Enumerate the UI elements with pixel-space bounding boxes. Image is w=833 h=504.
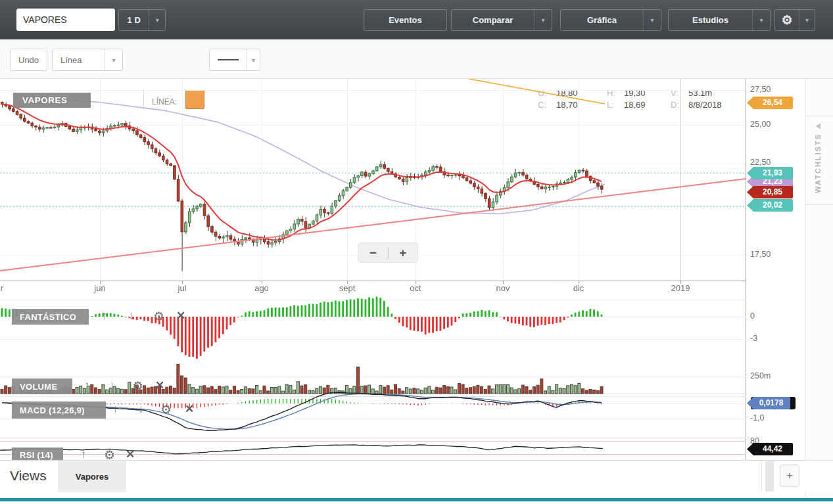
y-axis-label: 17,50 bbox=[750, 250, 771, 259]
gear-icon[interactable]: ⚙ bbox=[153, 310, 164, 323]
y-axis-label: -1,0 bbox=[750, 413, 765, 423]
zoom-out-button[interactable]: − bbox=[358, 243, 388, 262]
x-axis-label: dic bbox=[573, 283, 584, 293]
add-view-button[interactable]: + bbox=[780, 465, 799, 487]
chevron-down-icon: ▾ bbox=[156, 16, 159, 24]
undo-button[interactable]: Undo bbox=[10, 49, 47, 71]
drawing-toolbar: Undo Línea ▾ LÍNEA: ▾ O: 18,80 C: 18,70 … bbox=[0, 39, 833, 79]
view-tab-vapores[interactable]: Vapores bbox=[58, 461, 126, 492]
close-icon[interactable]: ✕ bbox=[176, 310, 185, 321]
grafica-caret-button[interactable]: ▾ bbox=[643, 10, 661, 30]
macd-value-badge: 0,0178 bbox=[747, 397, 790, 409]
comparar-button[interactable]: Comparar bbox=[452, 10, 534, 30]
close-icon[interactable]: ✕ bbox=[155, 380, 164, 391]
collapse-left-icon bbox=[816, 123, 821, 129]
panel-badge-volume: VOLUME bbox=[12, 378, 72, 394]
chevron-down-icon: ▾ bbox=[541, 16, 544, 24]
x-axis-label: nov bbox=[496, 283, 510, 293]
settings-caret-button[interactable]: ▾ bbox=[799, 10, 815, 30]
y-axis-label: 27,50 bbox=[750, 85, 771, 94]
draw-tool-value: Línea bbox=[53, 49, 105, 70]
top-toolbar: 1 D ▾ Eventos Comparar ▾ Gráfica ▾ Estud… bbox=[0, 0, 833, 40]
zoom-control: − + bbox=[358, 243, 417, 262]
symbol-input[interactable] bbox=[16, 9, 115, 31]
chevron-down-icon: ▾ bbox=[247, 49, 260, 70]
views-title: Views bbox=[10, 468, 47, 484]
arrow-down-icon[interactable]: ↓ bbox=[128, 310, 134, 321]
line-style-select[interactable]: ▾ bbox=[209, 49, 260, 71]
chevron-down-icon: ▾ bbox=[650, 16, 654, 24]
hline-2-value-badge: 20,02 bbox=[747, 199, 793, 212]
panel-badge-fant-stico: FANTÁSTICO bbox=[12, 309, 89, 325]
draw-tool-select[interactable]: Línea ▾ bbox=[52, 49, 123, 71]
last-price-badge: 20,85 bbox=[747, 186, 793, 198]
estudios-button[interactable]: Estudios bbox=[669, 10, 752, 30]
gear-icon: ⚙ bbox=[781, 14, 792, 26]
close-icon[interactable]: ✕ bbox=[185, 403, 194, 415]
grafica-menu: Gráfica ▾ bbox=[560, 9, 661, 31]
watchlists-label: WATCHLISTS bbox=[814, 133, 822, 193]
panel-badge-macd-12-26-9: MACD (12,26,9) bbox=[12, 401, 106, 419]
arrow-down-icon[interactable]: ↓ bbox=[138, 403, 144, 415]
arrow-down-icon[interactable]: ↓ bbox=[109, 380, 115, 391]
trading-app-window: 1 D ▾ Eventos Comparar ▾ Gráfica ▾ Estud… bbox=[0, 0, 833, 504]
comparar-caret-button[interactable]: ▾ bbox=[534, 10, 552, 30]
arrow-up-icon[interactable]: ↑ bbox=[102, 310, 108, 321]
bottom-accent-line bbox=[0, 498, 833, 501]
gear-icon[interactable]: ⚙ bbox=[160, 403, 172, 416]
chart-symbol-badge: VAPORES bbox=[13, 93, 91, 108]
close-icon[interactable]: ✕ bbox=[126, 449, 135, 460]
y-axis-label: 22,50 bbox=[750, 158, 771, 167]
x-axis-label: sept bbox=[339, 283, 356, 293]
watchlists-tab[interactable]: WATCHLISTS bbox=[805, 116, 833, 205]
x-axis-label: jul bbox=[178, 283, 186, 293]
chevron-down-icon: ▾ bbox=[759, 16, 763, 24]
settings-button[interactable]: ⚙ bbox=[775, 10, 799, 30]
arrow-up-icon[interactable]: ↑ bbox=[81, 449, 87, 460]
views-scroll-thumb[interactable] bbox=[765, 461, 774, 492]
x-axis-label: oct bbox=[410, 283, 421, 293]
eventos-label: Eventos bbox=[364, 10, 446, 30]
x-axis-label: 2019 bbox=[671, 283, 690, 293]
period-button[interactable]: 1 D bbox=[119, 10, 149, 30]
trendline-value-badge: 26,54 bbox=[747, 97, 793, 109]
views-divider bbox=[761, 461, 762, 492]
x-axis-label: jun bbox=[94, 283, 105, 293]
x-axis-label-partial: r bbox=[1, 283, 3, 293]
y-axis-label: 250m bbox=[750, 371, 771, 380]
watchlists-panel: WATCHLISTS bbox=[805, 79, 833, 499]
chevron-down-icon: ▾ bbox=[105, 49, 122, 70]
zoom-in-button[interactable]: + bbox=[389, 243, 418, 262]
plus-icon: + bbox=[399, 246, 406, 260]
estudios-menu: Estudios ▾ bbox=[668, 9, 771, 31]
period-selector: 1 D ▾ bbox=[118, 9, 166, 31]
eventos-button[interactable]: Eventos bbox=[364, 9, 447, 31]
y-axis-label: 25,00 bbox=[750, 120, 771, 129]
arrow-up-icon[interactable]: ↑ bbox=[112, 403, 118, 415]
undo-label: Undo bbox=[11, 49, 47, 70]
grafica-button[interactable]: Gráfica bbox=[561, 10, 643, 30]
period-caret-button[interactable]: ▾ bbox=[149, 10, 165, 30]
views-bar: Views Vapores + bbox=[0, 460, 833, 492]
gear-icon[interactable]: ⚙ bbox=[132, 380, 143, 392]
line-style-preview bbox=[218, 59, 239, 60]
settings-menu: ⚙ ▾ bbox=[774, 9, 815, 31]
minus-icon: − bbox=[369, 246, 377, 260]
arrow-up-icon[interactable]: ↑ bbox=[84, 380, 90, 391]
rsi-value-badge: 44,42 bbox=[747, 443, 793, 455]
y-axis-label: -3 bbox=[750, 334, 757, 343]
chevron-down-icon: ▾ bbox=[805, 16, 809, 24]
y-axis-label: 0 bbox=[750, 311, 755, 321]
hline-1-value-badge: 21,93 bbox=[747, 167, 793, 179]
comparar-menu: Comparar ▾ bbox=[451, 9, 552, 31]
estudios-caret-button[interactable]: ▾ bbox=[752, 10, 770, 30]
x-axis-label: ago bbox=[254, 283, 269, 293]
